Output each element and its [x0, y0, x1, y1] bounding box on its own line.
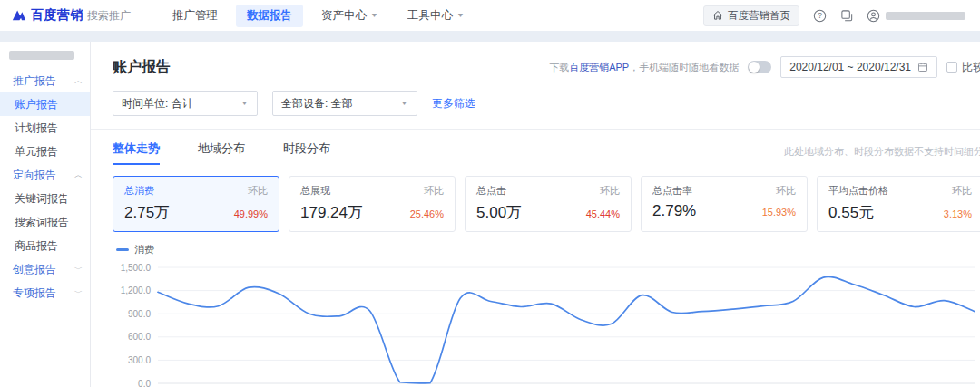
metric-value: 5.00万	[476, 202, 522, 223]
chevron-down-icon: ▼	[456, 12, 465, 19]
sidebar-item-关键词报告[interactable]: 关键词报告	[0, 187, 90, 210]
ratio-value: 3.13%	[944, 208, 972, 219]
compare-checkbox[interactable]: 比较	[946, 60, 980, 75]
sidebar-item-label: 计划报告	[15, 121, 83, 136]
sidebar-item-label: 推广报告	[13, 73, 74, 89]
report-content: 账户报告 下载百度营销APP，手机端随时随地看数据 2020/12/01 ~ 2…	[91, 42, 980, 387]
multi-account-icon[interactable]	[839, 8, 854, 23]
metric-value: 179.24万	[300, 202, 363, 223]
compare-checkbox-box	[946, 62, 957, 73]
nav-item-label: 数据报告	[247, 8, 292, 24]
download-app-hint: 下载百度营销APP，手机端随时随地看数据	[549, 61, 739, 74]
help-icon[interactable]: ?	[812, 8, 827, 23]
series-color-dash	[116, 248, 129, 251]
sidebar-item-计划报告[interactable]: 计划报告	[0, 116, 90, 140]
sidebar-item-创意报告[interactable]: 创意报告﹀	[0, 257, 90, 281]
app-logo[interactable]: 百度营销 搜索推广	[11, 7, 131, 24]
metric-card-平均点击价格[interactable]: 平均点击价格环比0.55元3.13%	[817, 176, 980, 232]
chevron-down-icon: ▼	[240, 100, 249, 107]
chevron-down-icon: ﹀	[74, 264, 83, 276]
nav-item-0[interactable]: 推广管理	[162, 5, 229, 27]
ratio-label: 环比	[952, 184, 972, 198]
report-tabs: 整体走势地域分布时段分布 此处地域分布、时段分布数据不支持时间细分	[113, 140, 980, 165]
tab-时段分布[interactable]: 时段分布	[283, 140, 330, 165]
chevron-down-icon: ﹀	[74, 287, 83, 299]
chevron-up-icon: ︿	[74, 169, 83, 181]
sidebar-item-label: 账户报告	[15, 97, 83, 112]
nav-item-label: 工具中心	[407, 8, 453, 24]
svg-text:?: ?	[818, 11, 822, 20]
app-name-text: 百度营销APP	[569, 62, 629, 73]
y-axis-tick-label: 1,200.0	[121, 285, 152, 295]
sidebar-item-label: 搜索词报告	[15, 215, 83, 230]
app-hint-toggle[interactable]	[748, 61, 771, 73]
y-axis-tick-label: 300.0	[128, 355, 151, 365]
chevron-up-icon: ︿	[74, 75, 83, 87]
user-menu[interactable]	[867, 9, 965, 23]
nav-menu: 推广管理数据报告资产中心▼工具中心▼	[162, 5, 475, 27]
baidu-marketing-logo-icon	[11, 7, 27, 24]
page-title: 账户报告	[113, 58, 171, 77]
nav-item-label: 推广管理	[172, 8, 218, 24]
section-divider	[91, 129, 980, 130]
metric-value: 0.55元	[828, 202, 874, 223]
sidebar-item-商品报告[interactable]: 商品报告	[0, 234, 90, 257]
time-unit-value: 时间单位: 合计	[122, 96, 193, 111]
user-name-redacted	[886, 12, 965, 20]
nav-item-2[interactable]: 资产中心▼	[310, 5, 389, 27]
metric-label: 平均点击价格	[828, 184, 888, 198]
nav-item-1[interactable]: 数据报告	[236, 5, 303, 27]
sidebar-item-label: 创意报告	[13, 262, 74, 277]
tab-整体走势[interactable]: 整体走势	[113, 140, 160, 165]
sidebar-item-定向报告[interactable]: 定向报告︿	[0, 163, 90, 187]
sidebar-item-推广报告[interactable]: 推广报告︿	[0, 69, 90, 92]
date-range-text: 2020/12/01 ~ 2020/12/31	[789, 61, 911, 73]
date-range-picker[interactable]: 2020/12/01 ~ 2020/12/31	[780, 56, 937, 78]
consumption-trend-chart: 0.0300.0600.0900.01,200.01,500.02020-12-…	[113, 258, 980, 387]
sidebar-item-搜索词报告[interactable]: 搜索词报告	[0, 210, 90, 234]
consumption-line-series	[158, 276, 975, 382]
sidebar-menu: 推广报告︿账户报告计划报告单元报告定向报告︿关键词报告搜索词报告商品报告创意报告…	[0, 69, 90, 305]
metric-value: 2.79%	[652, 202, 696, 220]
sidebar-item-账户报告[interactable]: 账户报告	[0, 92, 90, 116]
ratio-value: 25.46%	[410, 208, 444, 219]
metric-card-总展现[interactable]: 总展现环比179.24万25.46%	[289, 176, 456, 232]
home-icon	[712, 10, 723, 21]
nav-item-label: 资产中心	[321, 8, 367, 24]
toggle-knob	[749, 62, 760, 73]
legend-label: 消费	[134, 243, 154, 256]
calendar-icon	[917, 62, 928, 73]
sidebar-item-label: 关键词报告	[15, 191, 83, 207]
metric-card-总点击率[interactable]: 总点击率环比2.79%15.93%	[641, 176, 808, 232]
user-avatar-icon	[867, 9, 880, 23]
metric-cards: 总消费环比2.75万49.99%总展现环比179.24万25.46%总点击环比5…	[113, 176, 980, 232]
sidebar-item-label: 定向报告	[13, 168, 74, 183]
chart-legend[interactable]: 消费	[116, 243, 980, 256]
more-filters-link[interactable]: 更多筛选	[432, 96, 475, 111]
sidebar-item-专项报告[interactable]: 专项报告﹀	[0, 281, 90, 305]
metric-card-总点击[interactable]: 总点击环比5.00万45.44%	[465, 176, 632, 232]
metric-label: 总展现	[300, 184, 330, 198]
time-unit-select[interactable]: 时间单位: 合计 ▼	[113, 91, 258, 116]
nav-item-3[interactable]: 工具中心▼	[397, 5, 475, 27]
ratio-label: 环比	[600, 184, 620, 198]
ratio-value: 15.93%	[762, 207, 796, 218]
ratio-label: 环比	[424, 184, 444, 198]
marketing-home-button[interactable]: 百度营销首页	[703, 5, 799, 26]
sidebar-item-单元报告[interactable]: 单元报告	[0, 140, 90, 163]
logo-primary-text: 百度营销	[31, 7, 83, 24]
y-axis-tick-label: 1,500.0	[121, 263, 152, 273]
device-select[interactable]: 全部设备: 全部 ▼	[272, 91, 417, 116]
chevron-down-icon: ▼	[370, 12, 378, 19]
sidebar-item-label: 专项报告	[13, 285, 74, 301]
ratio-label: 环比	[248, 184, 268, 198]
sidebar-item-label: 商品报告	[15, 238, 83, 254]
y-axis-tick-label: 900.0	[128, 309, 151, 319]
ratio-value: 45.44%	[586, 208, 620, 219]
top-navbar: 百度营销 搜索推广 推广管理数据报告资产中心▼工具中心▼ 百度营销首页 ?	[0, 0, 980, 31]
tab-地域分布[interactable]: 地域分布	[198, 140, 245, 165]
metric-card-总消费[interactable]: 总消费环比2.75万49.99%	[113, 176, 279, 232]
chevron-down-icon: ▼	[400, 100, 408, 107]
compare-label: 比较	[962, 60, 980, 75]
metric-label: 总消费	[124, 184, 154, 198]
